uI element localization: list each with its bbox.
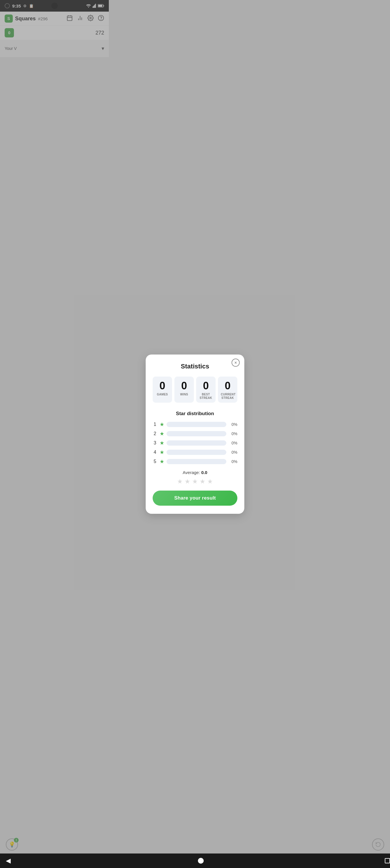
modal-overlay: × Statistics 0 GAMES 0 WINS 0 BESTSTREAK… bbox=[0, 0, 109, 236]
